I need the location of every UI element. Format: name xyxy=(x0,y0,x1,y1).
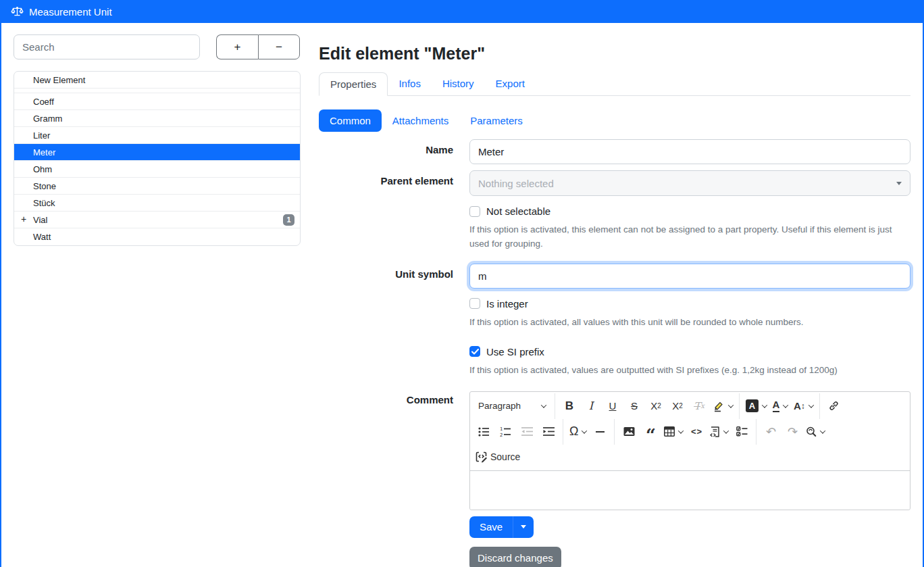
list-item-liter[interactable]: Liter xyxy=(14,127,300,144)
list-item-coeff[interactable]: Coeff xyxy=(14,93,300,110)
subtab-attachments[interactable]: Attachments xyxy=(382,109,459,132)
numbered-list-icon: 1 2 xyxy=(500,426,511,437)
list-item-stone[interactable]: Stone xyxy=(14,178,300,195)
tab-bar: Properties Infos History Export xyxy=(319,72,910,96)
table-icon xyxy=(664,426,675,437)
collapse-all-button[interactable]: − xyxy=(258,34,300,59)
outdent-button[interactable] xyxy=(516,421,538,443)
element-list: New Element Coeff Gramm Liter Meter Ohm … xyxy=(14,71,301,246)
block-quote-button[interactable]: “ xyxy=(640,421,661,443)
tab-properties[interactable]: Properties xyxy=(319,72,388,96)
editor-content-area[interactable] xyxy=(470,471,910,510)
find-and-replace-button[interactable] xyxy=(803,421,827,443)
subtab-bar: Common Attachments Parameters xyxy=(319,109,910,132)
chevron-down-icon xyxy=(678,428,684,433)
horizontal-line-button[interactable] xyxy=(589,421,611,443)
save-button[interactable]: Save xyxy=(469,516,513,538)
comment-label: Comment xyxy=(319,389,453,510)
is-integer-label[interactable]: Is integer xyxy=(486,298,528,310)
heading-dropdown[interactable]: Paragraph xyxy=(473,395,551,417)
font-color-button[interactable]: A xyxy=(769,395,791,417)
list-item-watt[interactable]: Watt xyxy=(14,228,300,245)
chevron-down-icon xyxy=(783,402,788,408)
bold-button[interactable]: B xyxy=(559,395,580,417)
expand-node-icon[interactable]: + xyxy=(21,214,26,225)
numbered-list-button[interactable]: 1 2 xyxy=(494,421,516,443)
list-item-ohm[interactable]: Ohm xyxy=(14,161,300,178)
highlight-button[interactable] xyxy=(710,395,736,417)
outdent-icon xyxy=(521,426,533,437)
child-count-badge: 1 xyxy=(283,214,294,226)
tab-history[interactable]: History xyxy=(432,72,485,96)
image-icon xyxy=(623,426,635,437)
edit-form: Name Parent element Nothing selected Not… xyxy=(319,139,910,567)
not-selectable-checkbox[interactable] xyxy=(469,206,480,217)
tab-infos[interactable]: Infos xyxy=(388,72,432,96)
font-size-button[interactable]: A↕ xyxy=(791,395,816,417)
indent-icon xyxy=(543,426,555,437)
list-item-vial[interactable]: + Vial 1 xyxy=(14,212,300,228)
name-input[interactable] xyxy=(469,139,910,164)
chevron-down-icon xyxy=(541,402,546,408)
list-item-meter-selected[interactable]: Meter xyxy=(14,144,300,161)
name-label: Name xyxy=(319,139,453,164)
is-integer-help: If this option is activated, all values … xyxy=(469,316,910,330)
is-integer-checkbox[interactable] xyxy=(469,298,480,309)
superscript-button[interactable]: X2 xyxy=(667,395,688,417)
link-icon xyxy=(828,400,840,412)
italic-button[interactable]: I xyxy=(580,395,602,417)
use-si-prefix-checkbox[interactable] xyxy=(469,346,480,357)
bulleted-list-button[interactable] xyxy=(473,421,494,443)
strikethrough-button[interactable]: S xyxy=(623,395,645,417)
code-block-icon xyxy=(710,426,720,437)
redo-button[interactable]: ↷ xyxy=(781,421,803,443)
rich-text-editor: Paragraph B I U S X2 xyxy=(469,391,910,510)
chevron-down-icon xyxy=(820,428,825,433)
subtab-common[interactable]: Common xyxy=(319,109,382,132)
link-button[interactable] xyxy=(823,395,845,417)
list-item-stueck[interactable]: Stück xyxy=(14,195,300,212)
navbar: Measurement Unit xyxy=(0,0,924,23)
chevron-down-icon xyxy=(723,428,729,433)
select-caret-icon xyxy=(896,182,902,185)
page-title: Edit element "Meter" xyxy=(319,44,910,64)
main-content: Edit element "Meter" Properties Infos Hi… xyxy=(319,34,910,567)
subscript-button[interactable]: X2 xyxy=(645,395,667,417)
code-block-button[interactable] xyxy=(707,421,731,443)
parent-element-select[interactable]: Nothing selected xyxy=(469,170,910,196)
not-selectable-checkbox-row[interactable]: Not selectable xyxy=(469,205,910,217)
todo-list-button[interactable] xyxy=(731,421,752,443)
source-editing-button[interactable]: Source xyxy=(473,446,523,468)
use-si-prefix-checkbox-row[interactable]: Use SI prefix xyxy=(469,346,910,358)
tab-export[interactable]: Export xyxy=(485,72,536,96)
caret-down-icon xyxy=(521,525,526,528)
not-selectable-help: If this option is activated, this elemen… xyxy=(469,223,910,251)
remove-format-button[interactable]: Tx xyxy=(688,395,710,417)
insert-table-button[interactable] xyxy=(661,421,686,443)
app-brand[interactable]: Measurement Unit xyxy=(11,6,112,18)
list-item-gramm[interactable]: Gramm xyxy=(14,110,300,127)
discard-changes-button[interactable]: Discard changes xyxy=(469,547,561,567)
checkmark-icon xyxy=(471,349,479,355)
indent-button[interactable] xyxy=(538,421,559,443)
find-replace-icon xyxy=(806,426,817,437)
undo-button[interactable]: ↶ xyxy=(760,421,781,443)
search-input[interactable] xyxy=(14,34,200,59)
is-integer-checkbox-row[interactable]: Is integer xyxy=(469,298,910,310)
insert-image-button[interactable] xyxy=(618,421,640,443)
subtab-parameters[interactable]: Parameters xyxy=(459,109,534,132)
use-si-prefix-label[interactable]: Use SI prefix xyxy=(486,346,544,358)
font-background-color-button[interactable]: A xyxy=(743,395,769,417)
unit-symbol-input[interactable] xyxy=(469,264,910,289)
save-dropdown-toggle[interactable] xyxy=(513,516,534,538)
underline-button[interactable]: U xyxy=(602,395,623,417)
not-selectable-label[interactable]: Not selectable xyxy=(486,205,550,217)
list-item-new-element[interactable]: New Element xyxy=(14,72,300,89)
sidebar: + − New Element Coeff Gramm Liter Meter … xyxy=(1,34,301,567)
chevron-down-icon xyxy=(762,402,767,408)
expand-all-button[interactable]: + xyxy=(216,34,258,59)
special-characters-button[interactable]: Ω xyxy=(567,421,589,443)
list-spacer xyxy=(14,89,300,93)
chevron-down-icon xyxy=(728,402,734,408)
code-button[interactable]: <> xyxy=(686,421,707,443)
